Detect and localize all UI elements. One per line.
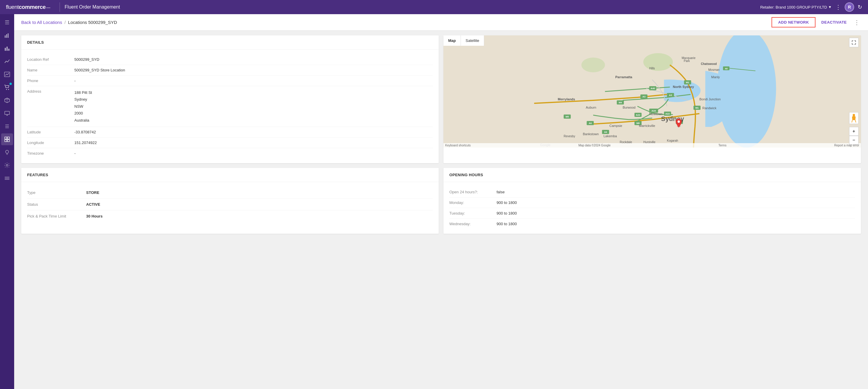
svg-text:Campsie: Campsie (610, 124, 622, 127)
open-24-label: Open 24 hours?: (450, 190, 497, 194)
latitude-row: Latitude -33.8708742 (27, 127, 433, 138)
svg-point-23 (6, 164, 8, 166)
svg-rect-20 (5, 140, 7, 142)
chart4-icon[interactable] (1, 68, 13, 80)
svg-text:Chatswood: Chatswood (701, 62, 717, 65)
svg-rect-12 (5, 111, 9, 115)
avatar[interactable]: R (845, 2, 854, 12)
map-zoom-out-button[interactable]: − (849, 136, 859, 145)
details-title: DETAILS (21, 35, 439, 50)
open-24-row: Open 24 hours?: false (450, 187, 855, 198)
map-tab-satellite[interactable]: Satellite (461, 35, 484, 46)
phone-value: - (74, 79, 433, 83)
svg-text:Bondi Junction: Bondi Junction (700, 97, 721, 101)
logo-text: fluentcommerce— (6, 4, 50, 10)
svg-text:Park: Park (684, 59, 690, 63)
pick-pack-value: 30 Hours (86, 214, 103, 218)
breadcrumb-current: Locations 5000299_SYD (68, 20, 117, 25)
map-expand-button[interactable] (849, 38, 859, 47)
opening-hours-body: Open 24 hours?: false Monday: 900 to 180… (443, 182, 861, 234)
svg-text:A34: A34 (651, 110, 656, 112)
header-actions: ADD NETWORK DEACTIVATE ⋮ (772, 17, 861, 27)
nav-right-section: Retailer: Brand 1000 GROUP PTY/LTD ▼ ⋮ R… (760, 2, 862, 12)
monday-row: Monday: 900 to 1800 (450, 198, 855, 208)
chart2-icon[interactable] (1, 42, 13, 54)
longitude-row: Longitude 151.2074922 (27, 138, 433, 148)
bar-chart-icon[interactable] (1, 30, 13, 41)
svg-text:A3: A3 (669, 94, 672, 96)
breadcrumb: Back to All Locations / Locations 500029… (21, 20, 117, 25)
svg-text:Auburn: Auburn (586, 106, 596, 109)
svg-rect-3 (5, 48, 6, 51)
grid-icon[interactable] (1, 133, 13, 145)
map-streetview-button[interactable] (849, 112, 859, 124)
name-label: Name (27, 68, 74, 72)
bulb-icon[interactable] (1, 146, 13, 158)
nav-divider (60, 2, 60, 12)
address-label: Address (27, 89, 74, 124)
longitude-label: Longitude (27, 141, 74, 145)
svg-text:Merrylands: Merrylands (558, 97, 575, 101)
svg-text:Hills: Hills (649, 67, 655, 70)
box-icon[interactable] (1, 94, 13, 106)
settings-icon[interactable] (1, 159, 13, 171)
svg-text:M5: M5 (566, 115, 569, 118)
svg-text:M4: M4 (619, 101, 622, 104)
pick-pack-label: Pick & Pack Time Limit (27, 214, 86, 218)
content-area: DETAILS Location Ref 5000299_SYD Name 50… (14, 31, 868, 238)
phone-label: Phone (27, 79, 74, 83)
svg-text:M1: M1 (695, 107, 699, 109)
back-to-locations-link[interactable]: Back to All Locations (21, 20, 62, 25)
features-body: Type STORE Status ACTIVE Pick & Pack Tim… (21, 182, 439, 227)
terms-link[interactable]: Terms (718, 144, 726, 147)
name-value: 5000299_SYD Store Location (74, 68, 433, 72)
svg-text:A22: A22 (665, 113, 670, 115)
monday-value: 900 to 1800 (497, 201, 517, 205)
svg-rect-2 (8, 33, 8, 38)
monday-label: Monday: (450, 201, 497, 205)
details-body: Location Ref 5000299_SYD Name 5000299_SY… (21, 50, 439, 163)
timezone-value: - (74, 151, 433, 155)
svg-point-7 (6, 89, 7, 90)
tuesday-value: 900 to 1800 (497, 211, 517, 215)
map-footer: Keyboard shortcuts Map data ©2024 Google… (443, 143, 861, 148)
monitor-icon[interactable] (1, 108, 13, 119)
breadcrumb-separator: / (64, 20, 65, 25)
cart-icon[interactable] (1, 82, 13, 93)
map-container[interactable]: Map Satellite (443, 35, 861, 148)
map-tab-map[interactable]: Map (443, 35, 461, 46)
more-options-icon[interactable]: ⋮ (852, 18, 861, 27)
type-label: Type (27, 190, 86, 195)
map-zoom-in-button[interactable]: + (849, 127, 859, 136)
svg-point-27 (852, 114, 855, 116)
status-value: ACTIVE (86, 202, 100, 207)
wednesday-label: Wednesday: (450, 222, 497, 226)
list-icon[interactable] (1, 120, 13, 132)
latitude-label: Latitude (27, 130, 74, 134)
location-ref-value: 5000299_SYD (74, 57, 433, 62)
more-dots-icon[interactable]: ⋮ (835, 4, 841, 11)
lines-icon[interactable] (1, 172, 13, 184)
latitude-value: -33.8708742 (74, 130, 433, 134)
svg-point-8 (8, 89, 9, 90)
chart3-icon[interactable] (1, 56, 13, 67)
deactivate-button[interactable]: DEACTIVATE (818, 18, 850, 27)
svg-text:A3: A3 (642, 95, 646, 98)
svg-text:Newtown: Newtown (649, 112, 663, 116)
refresh-icon[interactable]: ↻ (858, 4, 862, 10)
details-card: DETAILS Location Ref 5000299_SYD Name 50… (21, 35, 439, 163)
type-value: STORE (86, 190, 99, 195)
location-ref-row: Location Ref 5000299_SYD (27, 54, 433, 65)
keyboard-shortcuts: Keyboard shortcuts (445, 144, 471, 147)
svg-text:Mosman: Mosman (708, 68, 720, 71)
menu-icon[interactable]: ☰ (1, 17, 13, 28)
status-row: Status ACTIVE (27, 199, 433, 210)
svg-point-31 (582, 58, 605, 72)
wednesday-row: Wednesday: 900 to 1800 (450, 219, 855, 229)
status-label: Status (27, 202, 86, 207)
svg-text:A8: A8 (725, 68, 727, 70)
wednesday-value: 900 to 1800 (497, 222, 517, 226)
add-network-button[interactable]: ADD NETWORK (772, 17, 815, 27)
svg-rect-18 (5, 137, 7, 139)
svg-rect-5 (8, 49, 9, 51)
